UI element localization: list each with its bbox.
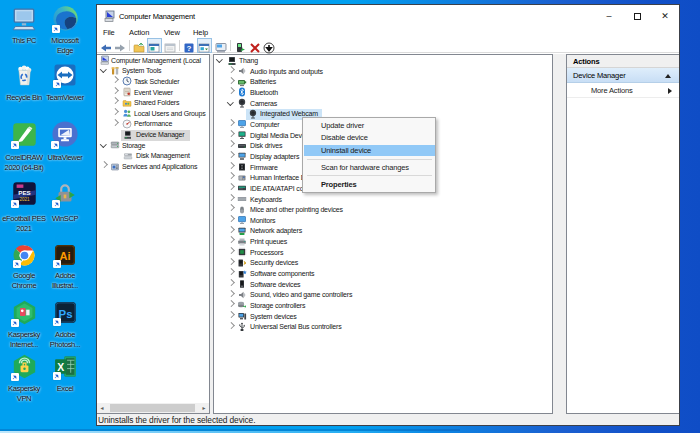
svg-text:?: ?	[187, 44, 192, 53]
svg-text:Ai: Ai	[60, 250, 71, 262]
svg-text:PES: PES	[18, 189, 30, 196]
svg-text:2021: 2021	[19, 197, 30, 202]
